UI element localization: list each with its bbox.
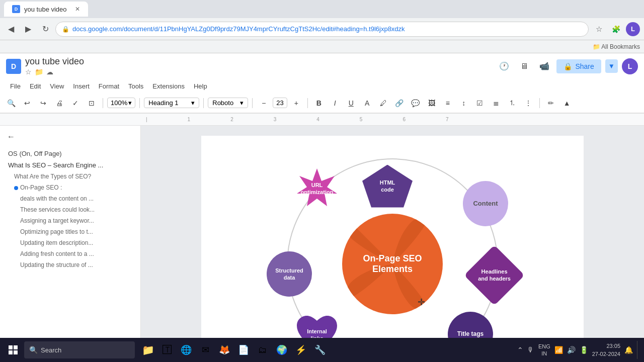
bookmark-star-icon[interactable]: ☆ [592, 22, 606, 36]
taskbar-pdf[interactable]: 📄 [234, 341, 253, 359]
taskbar-firefox[interactable]: 🦊 [215, 341, 233, 359]
taskbar-folder[interactable]: 🗂 [254, 341, 272, 359]
node-content: Content [463, 181, 508, 226]
font-size-increase-button[interactable]: + [289, 96, 303, 110]
doc-content[interactable]: On-Page SEO Elements HTMLcode [141, 126, 644, 338]
history-button[interactable]: 🕐 [496, 58, 512, 74]
italic-button[interactable]: I [328, 96, 342, 110]
highlight-button[interactable]: 🖊 [376, 96, 390, 110]
spellcheck-button[interactable]: ✓ [68, 96, 83, 110]
taskbar-notification-icon[interactable]: ⌃ [517, 346, 523, 354]
link-button[interactable]: 🔗 [392, 96, 407, 110]
sidebar-item-updating-struct[interactable]: Updating the structure of ... [4, 259, 136, 270]
folder-icon[interactable]: 📁 [35, 68, 43, 76]
collapse-toolbar-button[interactable]: ▲ [560, 96, 574, 110]
font-selector[interactable]: Roboto ▾ [208, 98, 248, 108]
taskbar-teams[interactable]: 🅃 [158, 341, 176, 359]
back-button[interactable]: ◀ [4, 22, 18, 36]
toolbar-separator-4 [252, 98, 253, 108]
menu-view[interactable]: View [46, 81, 68, 91]
taskbar-chrome[interactable]: 🌍 [273, 341, 291, 359]
sidebar-item-what-is-seo[interactable]: What Is SEO – Search Engine ... [4, 159, 136, 171]
menu-edit[interactable]: Edit [26, 81, 45, 91]
taskbar-show-desktop[interactable] [637, 341, 640, 359]
taskbar-lang[interactable]: ENGIN [538, 343, 550, 357]
sidebar-item-updating-desc[interactable]: Updating item description... [4, 237, 136, 248]
menu-tools[interactable]: Tools [124, 81, 147, 91]
sidebar-item-services[interactable]: These services could look... [4, 204, 136, 215]
share-more-button[interactable]: ▼ [605, 59, 618, 73]
video-button[interactable]: 📹 [536, 58, 552, 74]
node-headlines-shape: Headlinesand headers [464, 245, 524, 305]
sidebar-item-optimizing[interactable]: Optimizing page titles to t... [4, 226, 136, 237]
windows-start-button[interactable] [4, 341, 22, 359]
font-size-selector[interactable]: 23 [273, 98, 287, 108]
align-button[interactable]: ≡ [441, 96, 455, 110]
center-circle: On-Page SEO Elements [342, 214, 443, 314]
print-button[interactable]: 🖨 [52, 96, 66, 110]
image-button[interactable]: 🖼 [425, 96, 439, 110]
tab-close-icon[interactable]: ✕ [75, 6, 80, 13]
editing-mode-button[interactable]: ✏ [544, 96, 558, 110]
tab-title: you tube video [24, 6, 67, 13]
taskbar-datetime[interactable]: 23:05 27-02-2024 [592, 342, 620, 358]
comment-button[interactable]: 💬 [409, 96, 423, 110]
taskbar-wifi-icon[interactable]: 📶 [554, 346, 563, 354]
sidebar-item-onpage-seo[interactable]: On-Page SEO : [4, 182, 136, 193]
docs-title-icons: ☆ 📁 ☁ [25, 68, 84, 76]
taskbar-mic-icon[interactable]: 🎙 [527, 346, 534, 354]
sidebar-back-button[interactable]: ← [4, 130, 18, 144]
url-label: URLoptimization [301, 182, 334, 196]
taskbar: 🔍 Search 📁 🅃 🌐 ✉ 🦊 📄 🗂 🌍 ⚡ 🔧 ⌃ 🎙 ENGIN 📶… [0, 338, 644, 362]
seo-diagram: On-Page SEO Elements HTMLcode [262, 156, 523, 338]
line-spacing-button[interactable]: ↕ [457, 96, 471, 110]
zoom-selector[interactable]: 100% ▾ [107, 98, 135, 108]
taskbar-sound-icon[interactable]: 🔊 [567, 346, 576, 354]
sidebar-item-label: Adding fresh content to a ... [20, 250, 94, 257]
docs-title[interactable]: you tube video [25, 56, 84, 67]
taskbar-mail[interactable]: ✉ [196, 341, 214, 359]
taskbar-apps: 📁 🅃 🌐 ✉ 🦊 📄 🗂 🌍 ⚡ 🔧 [139, 341, 329, 359]
sidebar-item-adding[interactable]: Adding fresh content to a ... [4, 248, 136, 259]
checklist-button[interactable]: ☑ [473, 96, 487, 110]
address-bar[interactable]: 🔒 docs.google.com/document/d/11PbnHgYALZ… [55, 22, 589, 37]
menu-extensions[interactable]: Extensions [148, 81, 189, 91]
list-button[interactable]: ≣ [489, 96, 503, 110]
user-avatar[interactable]: L [622, 58, 638, 74]
taskbar-notification-bell[interactable]: 🔔 [624, 346, 633, 354]
taskbar-chrome-2[interactable]: ⚡ [292, 341, 310, 359]
style-selector[interactable]: Heading 1 ▾ [144, 98, 199, 108]
undo-button[interactable]: ↩ [20, 96, 34, 110]
font-size-decrease-button[interactable]: − [257, 96, 271, 110]
sidebar-item-types[interactable]: What Are the Types of SEO? [4, 171, 136, 182]
forward-button[interactable]: ▶ [21, 22, 35, 36]
star-icon[interactable]: ☆ [25, 68, 32, 76]
taskbar-file-explorer[interactable]: 📁 [139, 341, 157, 359]
sidebar-item-os[interactable]: OS (On, Off Page) [4, 148, 136, 159]
menu-insert[interactable]: Insert [69, 81, 94, 91]
bold-button[interactable]: B [312, 96, 326, 110]
share-button[interactable]: 🔒 Share [556, 59, 601, 73]
extension-icon[interactable]: 🧩 [609, 22, 623, 36]
paint-format-button[interactable]: ⊡ [85, 96, 99, 110]
browser-tab[interactable]: D you tube video ✕ [4, 2, 88, 17]
search-toolbar-button[interactable]: 🔍 [4, 96, 18, 110]
taskbar-battery-icon[interactable]: 🔋 [580, 346, 588, 354]
taskbar-edge-browser[interactable]: 🌐 [177, 341, 195, 359]
search-bar[interactable]: 🔍 Search [24, 341, 135, 358]
more-toolbar-button[interactable]: ⋮ [521, 96, 535, 110]
menu-file[interactable]: File [6, 81, 25, 91]
cloud-icon[interactable]: ☁ [46, 68, 53, 76]
font-color-button[interactable]: A [360, 96, 374, 110]
refresh-button[interactable]: ↻ [38, 22, 52, 36]
underline-button[interactable]: U [344, 96, 358, 110]
redo-button[interactable]: ↪ [36, 96, 50, 110]
menu-format[interactable]: Format [95, 81, 123, 91]
profile-avatar[interactable]: L [626, 22, 640, 36]
sidebar-item-deals[interactable]: deals with the content on ... [4, 193, 136, 204]
present-button[interactable]: 🖥 [516, 58, 532, 74]
menu-help[interactable]: Help [190, 81, 211, 91]
ordered-list-button[interactable]: ⒈ [505, 96, 519, 110]
sidebar-item-assigning[interactable]: Assigning a target keywor... [4, 215, 136, 226]
taskbar-extra[interactable]: 🔧 [311, 341, 329, 359]
